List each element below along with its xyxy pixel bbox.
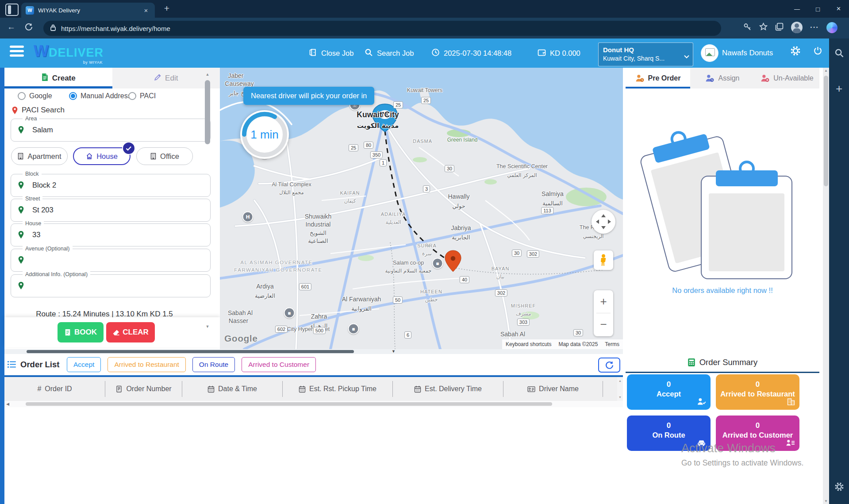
column-driver-name: Driver Name bbox=[503, 381, 603, 397]
tab-unavailable[interactable]: Un-Available bbox=[755, 68, 819, 88]
map-label: DASMA bbox=[413, 139, 432, 144]
house-field[interactable]: House 33 bbox=[11, 223, 211, 246]
favorite-star-icon[interactable] bbox=[759, 23, 768, 33]
browser-profile-avatar[interactable] bbox=[791, 22, 803, 33]
logout-power-icon[interactable] bbox=[813, 46, 822, 57]
filter-arrived-to-restaurant[interactable]: Arrived to Restaurant bbox=[108, 357, 185, 372]
table-hscrollbar-thumb[interactable] bbox=[26, 402, 552, 406]
map-poi-icon[interactable]: H bbox=[242, 212, 254, 223]
filter-accept[interactable]: Accept bbox=[67, 357, 101, 372]
tab-pre-order[interactable]: Pre Order bbox=[626, 68, 690, 88]
map-poi-icon[interactable]: ▪ bbox=[348, 323, 359, 335]
map-label: الريجنسي bbox=[583, 233, 604, 239]
menu-hamburger-icon[interactable] bbox=[10, 46, 24, 58]
section-scrollbar[interactable]: ▼ bbox=[4, 349, 623, 354]
sidebar-add-icon[interactable]: + bbox=[829, 82, 849, 96]
assign-person-icon bbox=[705, 74, 715, 82]
type-house-button[interactable]: House bbox=[73, 147, 131, 165]
type-office-button[interactable]: Office bbox=[136, 147, 193, 165]
collections-icon[interactable] bbox=[775, 23, 784, 33]
new-tab-button[interactable]: + bbox=[160, 2, 173, 15]
map-label: Ardiya bbox=[256, 283, 274, 290]
zoom-in-button[interactable]: + bbox=[594, 290, 613, 313]
map-poi-icon[interactable]: ▪ bbox=[284, 308, 295, 319]
panel-scrollbar-thumb[interactable] bbox=[205, 80, 210, 144]
order-summary-panel: Order Summary 0Accept0Arrived to Restaur… bbox=[626, 354, 819, 504]
google-logo[interactable]: Google bbox=[224, 333, 257, 344]
sidebar-settings-icon[interactable] bbox=[829, 482, 849, 493]
panel-scrollbar[interactable]: ▲ ▼ bbox=[204, 69, 211, 347]
clear-button[interactable]: CLEAR bbox=[106, 322, 155, 342]
tab-assign[interactable]: Assign bbox=[690, 68, 755, 88]
header-datetime: 2025-07-30 14:48:48 bbox=[431, 39, 511, 67]
map-label: الصناعية bbox=[308, 238, 328, 244]
table-vscrollbar[interactable]: ▲▼ bbox=[617, 377, 623, 401]
close-job-button[interactable]: Close Job bbox=[309, 39, 353, 67]
book-button[interactable]: BOOK bbox=[58, 322, 104, 342]
back-icon[interactable]: ← bbox=[7, 22, 15, 32]
column-est-rst-pickup-time: Est. Rst. Pickup Time bbox=[283, 381, 393, 397]
map-label: Nasser bbox=[229, 317, 248, 324]
section-scrollbar-thumb[interactable] bbox=[27, 350, 354, 353]
paci-search-link[interactable]: PACI Search bbox=[12, 106, 65, 115]
window-close-icon[interactable]: × bbox=[828, 0, 849, 18]
copilot-icon[interactable] bbox=[826, 22, 837, 33]
filter-arrived-to-customer[interactable]: Arrived to Customer bbox=[242, 357, 316, 372]
map[interactable]: JaberCausewayخ جابرKuwait TowersKuwait C… bbox=[220, 68, 623, 349]
refresh-button[interactable] bbox=[598, 358, 620, 373]
map-label: الفروانية bbox=[351, 305, 372, 312]
radio-google[interactable]: Google bbox=[18, 92, 52, 100]
radio-manual-address[interactable]: Manual Address bbox=[69, 92, 131, 100]
filter-on-route[interactable]: On Route bbox=[192, 357, 235, 372]
terms-link[interactable]: Terms bbox=[601, 339, 623, 349]
avenue-field[interactable]: Avenue (Optional) bbox=[11, 249, 211, 272]
window-maximize-icon[interactable]: □ bbox=[807, 0, 828, 18]
orders-panel: Pre Order Assign Un-Available No orders … bbox=[626, 68, 819, 349]
summary-card-accept[interactable]: 0Accept bbox=[627, 374, 711, 410]
tab-create[interactable]: Create bbox=[4, 68, 112, 88]
user-avatar[interactable] bbox=[701, 44, 718, 62]
settings-gear-icon[interactable] bbox=[790, 46, 801, 58]
street-field[interactable]: Street St 203 bbox=[11, 199, 211, 222]
map-label: مجمع التلال bbox=[279, 189, 303, 196]
keyboard-shortcuts-link[interactable]: Keyboard shortcuts bbox=[502, 339, 555, 349]
radio-paci[interactable]: PACI bbox=[128, 92, 156, 100]
edge-sidebar: + bbox=[829, 38, 849, 504]
sidebar-search-icon[interactable] bbox=[829, 48, 849, 60]
tab-edit[interactable]: Edit bbox=[112, 68, 220, 88]
area-field[interactable]: Area Salam bbox=[11, 119, 211, 142]
browser-menu-icon[interactable]: ··· bbox=[810, 23, 819, 32]
field-label: Additional Info. (Optional) bbox=[23, 271, 90, 277]
password-key-icon[interactable] bbox=[743, 23, 752, 33]
activate-windows-watermark: Activate Windows Go to Settings to activ… bbox=[681, 442, 803, 468]
summary-card-arrived-to-restaurant[interactable]: 0Arrived to Restaurant bbox=[716, 374, 799, 410]
map-label: مدينة الكويت bbox=[357, 122, 399, 130]
map-label: Zahra bbox=[311, 313, 327, 320]
page-scrollbar-thumb[interactable] bbox=[824, 76, 828, 186]
search-job-button[interactable]: Search Job bbox=[365, 39, 414, 67]
zoom-out-button[interactable]: − bbox=[594, 313, 613, 336]
tab-close-icon[interactable]: × bbox=[142, 7, 150, 14]
page-scrollbar[interactable]: ▲ ▼ bbox=[823, 68, 829, 504]
map-poi-icon[interactable]: ▪ bbox=[432, 258, 443, 269]
branch-selector[interactable]: Donut HQ Kuwait City, Sharq S... bbox=[598, 42, 693, 66]
pre-order-person-icon bbox=[635, 74, 645, 82]
additional-info-field[interactable]: Additional Info. (Optional) bbox=[11, 274, 211, 297]
map-pan-control[interactable] bbox=[592, 210, 615, 234]
road-badge: 40 bbox=[460, 276, 469, 283]
app-logo: WDELIVER by WIYAK bbox=[34, 42, 109, 64]
road-badge: 30 bbox=[445, 165, 454, 172]
type-apartment-button[interactable]: Apartment bbox=[11, 147, 68, 165]
window-minimize-icon[interactable]: — bbox=[787, 0, 807, 18]
pegman-control[interactable] bbox=[594, 250, 613, 270]
logo-text: DELIVER bbox=[49, 46, 104, 59]
browser-tab[interactable]: W WIYAK Delivery × bbox=[21, 3, 155, 18]
order-list-title: Order List bbox=[20, 360, 59, 369]
block-field[interactable]: Block Block 2 bbox=[11, 174, 211, 197]
field-label: Street bbox=[23, 196, 42, 202]
road-badge: 601 bbox=[299, 283, 311, 290]
workspaces-icon[interactable] bbox=[5, 4, 19, 16]
address-bar[interactable]: https://merchant.wiyak.delivery/home bbox=[43, 21, 721, 36]
refresh-icon[interactable] bbox=[25, 23, 33, 33]
table-hscrollbar[interactable]: ◀ bbox=[4, 401, 623, 407]
